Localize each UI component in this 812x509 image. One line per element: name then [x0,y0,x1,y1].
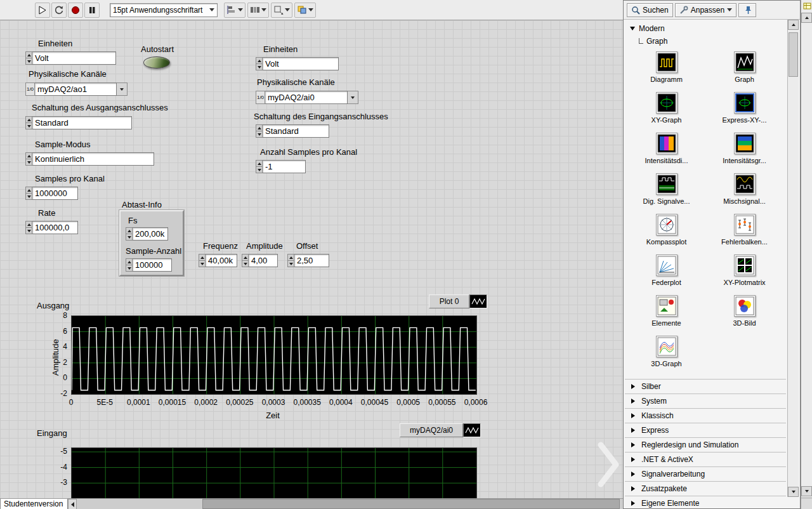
xy-plot-matrix-icon[interactable] [734,255,756,276]
palette-category-signalverarbeitung[interactable]: Signalverarbeitung [625,466,786,481]
increment-decrement-icon[interactable] [126,227,133,241]
compass-plot-icon[interactable] [656,214,678,235]
palette-category-reglerdesign-und-simulation[interactable]: Reglerdesign und Simulation [625,437,786,452]
feather-plot-icon[interactable] [656,255,678,276]
legend-line-sample-icon[interactable] [469,294,487,308]
increment-decrement-icon[interactable] [126,258,133,272]
rate-field[interactable]: 100000,0 [25,221,78,234]
palette-item-intensit-tsgr[interactable]: Intensitätsgr... [705,133,783,173]
palette-category-zusatzpakete[interactable]: Zusatzpakete [625,481,786,496]
controls-icon[interactable] [656,295,678,317]
palette-scrollbar[interactable] [787,20,799,497]
einheiten-ausgang-value[interactable]: Volt [32,51,116,65]
frequenz-value[interactable]: 40,00k [206,254,237,267]
increment-decrement-icon[interactable] [25,152,32,166]
increment-decrement-icon[interactable] [242,254,249,267]
intensity-chart-icon[interactable] [656,133,678,154]
autostart-button[interactable] [143,56,170,69]
graph-ausgang-legend[interactable]: Plot 0 [429,294,487,308]
sample-modus-field[interactable]: Kontinuierlich [25,152,154,166]
3d-graph-icon[interactable] [656,336,678,357]
sample-anzahl-value[interactable]: 100000 [133,258,172,272]
palette-category-net-activex[interactable]: .NET & ActiveX [625,452,786,466]
pause-button[interactable] [84,3,100,18]
anzahl-samples-value[interactable]: -1 [263,160,306,173]
palette-item-xy-graph[interactable]: XY-Graph [627,92,705,133]
phys-kanaele-eingang-combo[interactable]: 1/0 myDAQ2/ai0 [256,91,358,104]
einheiten-eingang-value[interactable]: Volt [263,57,339,70]
palette-item-3d-bild[interactable]: 3D-Bild [705,295,783,336]
increment-decrement-icon[interactable] [199,254,206,267]
reorder-button[interactable] [294,3,316,18]
palette-item-fehlerbalken[interactable]: Fehlerbalken... [705,214,783,255]
palette-category-silber[interactable]: Silber [625,379,786,393]
scrollbar-thumb[interactable] [789,32,798,77]
align-objects-button[interactable] [224,3,246,18]
increment-decrement-icon[interactable] [25,187,32,200]
phys-kanaele-ausgang-value[interactable]: myDAQ2/ao1 [35,83,117,96]
xy-graph-icon[interactable] [656,92,678,114]
palette-category-express[interactable]: Express [625,423,786,437]
dropdown-arrow-icon[interactable] [348,91,358,104]
palette-item-3d-graph[interactable]: 3D-Graph [627,336,705,376]
palette-item-mischsignal[interactable]: Mischsignal... [705,173,783,214]
samples-pro-kanal-value[interactable]: 1000000 [32,187,78,200]
window-vertical-scrollbar[interactable] [801,0,812,509]
amplitude-field[interactable]: 4,00 [242,254,278,267]
einheiten-ausgang-field[interactable]: Volt [25,51,116,65]
palette-pin-button[interactable] [738,3,756,17]
run-continuously-button[interactable] [51,3,67,18]
legend-line-sample-icon[interactable] [463,423,481,437]
abort-button[interactable] [68,3,83,18]
dropdown-arrow-icon[interactable] [117,83,128,96]
eingangsanschluss-value[interactable]: Standard [263,124,329,138]
scroll-up-button[interactable] [788,20,799,30]
offset-value[interactable]: 2,50 [294,254,329,267]
panel-corner-icon[interactable] [802,1,812,11]
palette-tree-modern[interactable]: Modern [630,24,665,33]
ausgangsanschluss-value[interactable]: Standard [32,116,132,129]
increment-decrement-icon[interactable] [287,254,294,267]
palette-search-button[interactable]: Suchen [627,3,673,17]
fs-value[interactable]: 200,00k [133,227,168,241]
increment-decrement-icon[interactable] [25,221,32,234]
palette-item-diagramm[interactable]: Diagramm [627,51,705,92]
increment-decrement-icon[interactable] [256,160,263,173]
resize-objects-button[interactable] [271,3,292,18]
anzahl-samples-field[interactable]: -1 [256,160,306,173]
amplitude-value[interactable]: 4,00 [249,254,278,267]
scroll-down-button[interactable] [788,487,799,497]
palette-tree-graph[interactable]: Graph [639,37,667,46]
legend-plot-name[interactable]: Plot 0 [429,294,469,308]
intensity-graph-icon[interactable] [734,133,756,154]
legend-plot-name[interactable]: myDAQ2/ai0 [400,423,463,437]
mixed-signal-icon[interactable] [734,173,756,195]
einheiten-eingang-field[interactable]: Volt [256,57,339,70]
palette-item-express-xy[interactable]: Express-XY-... [705,92,783,133]
palette-category-klassisch[interactable]: Klassisch [625,408,786,423]
frequenz-field[interactable]: 40,00k [199,254,237,267]
increment-decrement-icon[interactable] [256,57,263,70]
palette-item-graph[interactable]: Graph [705,51,783,92]
graph-eingang-legend[interactable]: myDAQ2/ai0 [400,423,481,437]
studentenversion-tab[interactable]: Studentenversion [0,499,68,509]
increment-decrement-icon[interactable] [256,124,263,138]
distribute-objects-button[interactable] [247,3,269,18]
palette-item-intensit-tsdi[interactable]: Intensitätsdi... [627,133,705,173]
digital-waveform-icon[interactable] [656,173,678,195]
palette-item-elemente[interactable]: Elemente [627,295,705,336]
run-button[interactable] [35,3,50,18]
error-bar-plot-icon[interactable] [734,214,756,235]
palette-item-dig-signalve[interactable]: Dig. Signalve... [627,173,705,214]
waveform-graph-icon[interactable] [734,51,756,73]
waveform-chart-icon[interactable] [656,51,678,73]
3d-picture-icon[interactable] [734,295,756,317]
eingangsanschluss-field[interactable]: Standard [256,124,329,138]
phys-kanaele-eingang-value[interactable]: myDAQ2/ai0 [265,91,348,104]
palette-category-eigene-elemente[interactable]: Eigene Elemente [625,496,786,509]
samples-pro-kanal-field[interactable]: 1000000 [25,187,78,200]
sample-anzahl-field[interactable]: 100000 [126,258,172,272]
palette-item-kompassplot[interactable]: Kompassplot [627,214,705,255]
rate-value[interactable]: 100000,0 [32,221,78,234]
express-xy-graph-icon[interactable] [734,92,756,114]
